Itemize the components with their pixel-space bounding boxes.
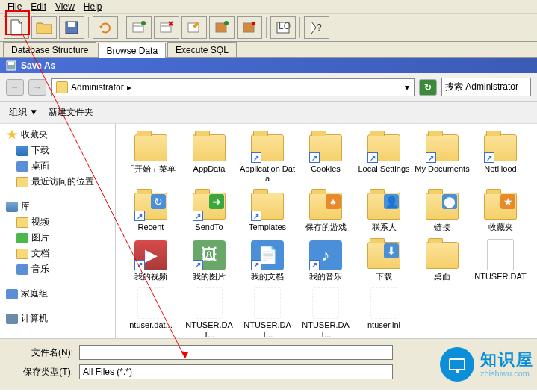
file-item[interactable]: ↻↗Recent	[122, 188, 180, 234]
file-item[interactable]: ♠保存的游戏	[297, 188, 355, 234]
sidebar-computer[interactable]: 计算机	[1, 311, 114, 326]
folder-icon	[191, 131, 227, 163]
shortcut-arrow-icon: ↗	[193, 211, 203, 221]
file-icon	[249, 287, 285, 319]
filetype-label: 保存类型(T):	[12, 366, 79, 379]
file-item[interactable]: ↗NetHood	[471, 130, 530, 185]
file-icon	[482, 239, 518, 270]
menu-help[interactable]: Help	[79, 1, 107, 12]
save-button[interactable]	[59, 16, 84, 39]
file-label: 收藏夹	[488, 223, 513, 232]
file-item[interactable]: AppData	[180, 130, 238, 185]
filetype-select[interactable]	[79, 364, 393, 379]
file-item[interactable]: NTUSER.DAT...	[238, 286, 297, 338]
file-item[interactable]: ↗Templates	[238, 188, 297, 234]
file-label: NTUSER.DAT	[474, 272, 526, 281]
document-icon	[16, 249, 28, 259]
file-item[interactable]: 桌面	[413, 237, 471, 283]
shortcut-arrow-icon: ↗	[426, 152, 436, 163]
shortcut-arrow-icon: ↗	[134, 260, 145, 270]
shortcut-arrow-icon: ↗	[251, 260, 261, 270]
create-index-button[interactable]	[209, 16, 235, 39]
back-button[interactable]: ←	[6, 79, 24, 96]
file-label: 桌面	[434, 272, 450, 281]
sidebar-network[interactable]: 网络	[1, 335, 114, 338]
file-item[interactable]: ↗Local Settings	[355, 130, 413, 185]
file-item[interactable]: 🖼↗我的图片	[180, 237, 238, 283]
tab-database-structure[interactable]: Database Structure	[3, 42, 96, 57]
filename-input[interactable]	[79, 345, 393, 360]
file-item[interactable]: ntuser.dat...	[122, 286, 180, 338]
sidebar-downloads[interactable]: 下载	[1, 143, 114, 158]
folder-icon	[424, 239, 460, 270]
forward-button[interactable]: →	[28, 79, 46, 96]
sidebar-desktop[interactable]: 桌面	[1, 158, 114, 174]
file-label: Templates	[249, 223, 286, 232]
delete-table-button[interactable]	[154, 16, 179, 39]
file-item[interactable]: ntuser.ini	[355, 286, 413, 338]
create-table-button[interactable]	[126, 16, 152, 39]
file-item[interactable]: 「开始」菜单	[122, 130, 180, 185]
homegroup-icon	[6, 289, 18, 299]
file-item[interactable]: 👤联系人	[355, 188, 413, 234]
file-label: 联系人	[372, 223, 397, 232]
file-label: NTUSER.DAT...	[181, 320, 237, 338]
sidebar-homegroup[interactable]: 家庭组	[1, 286, 114, 302]
sidebar-documents[interactable]: 文档	[1, 246, 114, 261]
modify-table-button[interactable]	[181, 16, 207, 39]
svg-rect-15	[8, 62, 14, 65]
refresh-button[interactable]: ↻	[419, 79, 437, 96]
sidebar-favorites[interactable]: 收藏夹	[1, 127, 114, 143]
breadcrumb[interactable]: Administrator ▸ ▾	[51, 78, 415, 96]
open-button[interactable]	[31, 16, 57, 39]
organize-button[interactable]: 组织 ▼	[9, 106, 38, 119]
file-item[interactable]: NTUSER.DAT...	[297, 286, 355, 338]
file-label: NTUSER.DAT...	[298, 320, 353, 338]
file-list[interactable]: 「开始」菜单AppData↗Application Data↗Cookies↗L…	[116, 124, 537, 338]
file-label: Cookies	[311, 164, 341, 174]
menu-edit[interactable]: Edit	[26, 1, 51, 12]
dialog-title-text: Save As	[21, 60, 55, 71]
file-item[interactable]: ⬇下载	[355, 237, 413, 283]
toolbar-separator	[122, 17, 122, 38]
desktop-icon	[16, 161, 28, 172]
file-item[interactable]: ↗Application Data	[238, 130, 297, 185]
sidebar-libraries[interactable]: 库	[1, 199, 114, 214]
download-icon	[16, 146, 28, 156]
file-item[interactable]: ➜↗SendTo	[180, 188, 238, 234]
file-item[interactable]: ↗My Documents	[413, 130, 471, 185]
file-icon	[366, 287, 402, 319]
sidebar-music[interactable]: 音乐	[1, 261, 114, 277]
tab-execute-sql[interactable]: Execute SQL	[167, 42, 237, 57]
delete-index-button[interactable]	[237, 16, 262, 39]
chevron-right-icon: ▸	[127, 82, 131, 93]
new-file-button[interactable]	[4, 16, 29, 39]
file-item[interactable]: ▶↗我的视频	[122, 237, 180, 283]
shortcut-arrow-icon: ↗	[193, 260, 203, 270]
sidebar-pictures[interactable]: 图片	[1, 230, 114, 246]
sidebar-recent[interactable]: 最近访问的位置	[1, 174, 114, 190]
breadcrumb-user: Administrator	[71, 82, 124, 93]
dropdown-arrow-icon[interactable]: ▾	[405, 82, 409, 93]
tab-browse-data[interactable]: Browse Data	[98, 43, 166, 58]
menu-view[interactable]: View	[51, 1, 79, 12]
new-folder-button[interactable]: 新建文件夹	[49, 106, 93, 119]
folder-icon: ↻↗	[133, 190, 169, 221]
file-item[interactable]: NTUSER.DAT...	[180, 286, 238, 338]
file-item[interactable]: ★收藏夹	[471, 188, 530, 234]
file-item[interactable]: ⬤链接	[413, 188, 471, 234]
file-item[interactable]: NTUSER.DAT	[471, 237, 530, 283]
search-input[interactable]: 搜索 Administrator	[441, 78, 531, 96]
menu-file[interactable]: File	[3, 1, 26, 12]
toolbar-separator	[266, 17, 267, 38]
revert-button[interactable]	[93, 16, 118, 39]
file-label: NTUSER.DAT...	[240, 320, 295, 338]
file-item[interactable]: ♪↗我的音乐	[297, 237, 355, 283]
log-button[interactable]: LOG	[270, 16, 296, 39]
help-button[interactable]: ?	[304, 16, 329, 39]
svg-point-9	[224, 21, 229, 25]
file-item[interactable]: 📄↗我的文档	[238, 237, 297, 283]
shortcut-arrow-icon: ↗	[309, 260, 320, 270]
file-item[interactable]: ↗Cookies	[297, 130, 355, 185]
sidebar-videos[interactable]: 视频	[1, 214, 114, 230]
